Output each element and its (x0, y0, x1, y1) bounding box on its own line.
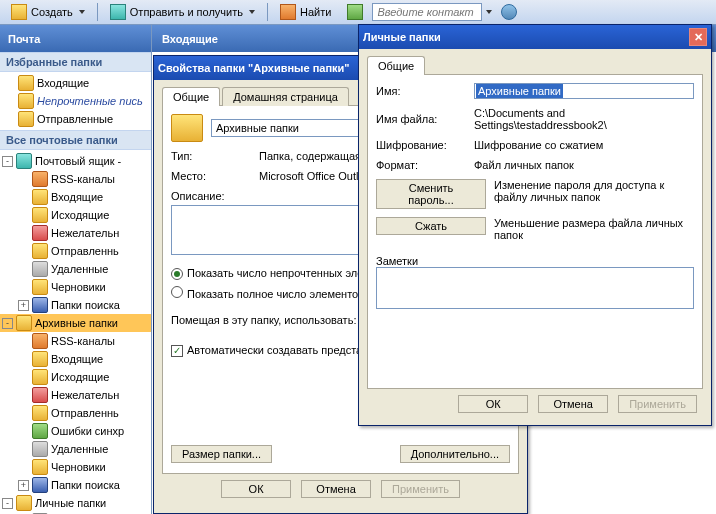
folder-icon (32, 441, 48, 457)
find-button[interactable]: Найти (273, 1, 338, 23)
tree-item[interactable]: -Личные папки (0, 494, 151, 512)
folder-icon (32, 297, 48, 313)
apply-button[interactable]: Применить (381, 480, 460, 498)
help-icon (501, 4, 517, 20)
tree-item[interactable]: Исходящие (0, 368, 151, 386)
folder-icon (32, 423, 48, 439)
expand-icon[interactable]: - (2, 318, 13, 329)
tree-item[interactable]: Черновики (0, 278, 151, 296)
create-button[interactable]: Создать (4, 1, 92, 23)
cancel-button[interactable]: Отмена (301, 480, 371, 498)
folder-label: Отправленнь (51, 407, 119, 419)
folder-icon (16, 495, 32, 511)
expand-icon[interactable]: + (18, 300, 29, 311)
folder-icon (16, 315, 32, 331)
chevron-down-icon[interactable] (486, 10, 492, 14)
tree-item[interactable]: Входящие (0, 350, 151, 368)
chevron-down-icon (79, 10, 85, 14)
folder-icon (16, 153, 32, 169)
encryption-label: Шифрование: (376, 139, 466, 151)
ok-button[interactable]: ОК (221, 480, 291, 498)
folder-label: RSS-каналы (51, 335, 115, 347)
separator (97, 3, 98, 21)
change-password-desc: Изменение пароля для доступа к файлу лич… (494, 179, 694, 203)
cancel-button[interactable]: Отмена (538, 395, 608, 413)
favorites-header[interactable]: Избранные папки (0, 52, 151, 72)
tree-item[interactable]: Нежелательн (0, 224, 151, 242)
favorites-list: ВходящиеНепрочтенные письОтправленные (0, 72, 151, 130)
help-button[interactable] (494, 1, 524, 23)
folder-size-button[interactable]: Размер папки... (171, 445, 272, 463)
ok-button[interactable]: ОК (458, 395, 528, 413)
tree-item[interactable]: Отправленнь (0, 242, 151, 260)
folder-label: Отправленнь (51, 245, 119, 257)
expand-icon[interactable]: - (2, 498, 13, 509)
nav-pane: Почта Избранные папки ВходящиеНепрочтенн… (0, 25, 152, 514)
all-folders-header[interactable]: Все почтовые папки (0, 130, 151, 150)
type-label: Тип: (171, 150, 251, 162)
send-receive-button[interactable]: Отправить и получить (103, 1, 262, 23)
folder-label: Исходящие (51, 209, 109, 221)
mail-new-icon (11, 4, 27, 20)
folder-label: Удаленные (51, 263, 108, 275)
folder-icon (32, 261, 48, 277)
name-value[interactable]: Архивные папки (476, 84, 563, 98)
tree-item[interactable]: -Почтовый ящик - (0, 152, 151, 170)
folder-label: Входящие (51, 191, 103, 203)
folder-label: Черновики (51, 461, 106, 473)
tree-item[interactable]: Удаленные (0, 260, 151, 278)
folder-label: RSS-каналы (51, 173, 115, 185)
tab-homepage[interactable]: Домашняя страница (222, 87, 349, 106)
folder-icon (32, 387, 48, 403)
tree-item[interactable]: +Папки поиска (0, 296, 151, 314)
folder-label: Архивные папки (35, 317, 118, 329)
tree-item[interactable]: Удаленные (0, 440, 151, 458)
notes-input[interactable] (376, 267, 694, 309)
favorite-item[interactable]: Входящие (0, 74, 151, 92)
tree-item[interactable]: Отправленнь (0, 404, 151, 422)
advanced-button[interactable]: Дополнительно... (400, 445, 510, 463)
name-label: Имя: (376, 85, 466, 97)
dialog-titlebar[interactable]: Личные папки ✕ (359, 25, 711, 49)
tree-item[interactable]: RSS-каналы (0, 332, 151, 350)
compress-desc: Уменьшение размера файла личных папок (494, 217, 694, 241)
expand-icon[interactable]: + (18, 480, 29, 491)
folder-icon (32, 189, 48, 205)
favorite-item[interactable]: Непрочтенные пись (0, 92, 151, 110)
close-icon[interactable]: ✕ (689, 28, 707, 46)
folder-label: Черновики (51, 281, 106, 293)
change-password-button[interactable]: Сменить пароль... (376, 179, 486, 209)
compress-button[interactable]: Сжать (376, 217, 486, 235)
expand-icon[interactable]: - (2, 156, 13, 167)
tab-general[interactable]: Общие (367, 56, 425, 75)
folder-icon (32, 171, 48, 187)
tree-item[interactable]: +Папки поиска (0, 476, 151, 494)
folder-label: Исходящие (51, 371, 109, 383)
book-icon (347, 4, 363, 20)
folder-icon (18, 75, 34, 91)
folder-label: Входящие (37, 77, 89, 89)
favorite-item[interactable]: Отправленные (0, 110, 151, 128)
folder-icon (32, 207, 48, 223)
addressbook-button[interactable] (340, 1, 370, 23)
tree-item[interactable]: Нежелательн (0, 386, 151, 404)
filename-value: C:\Documents and Settings\testaddressboo… (474, 107, 694, 131)
tree-item[interactable]: Входящие (0, 188, 151, 206)
contact-input[interactable] (372, 3, 482, 21)
folder-label: Личные папки (35, 497, 106, 509)
apply-button[interactable]: Применить (618, 395, 697, 413)
tree-item[interactable]: Исходящие (0, 206, 151, 224)
folder-icon (32, 333, 48, 349)
tree-item[interactable]: Черновики (0, 458, 151, 476)
find-label: Найти (300, 6, 331, 18)
tree-item[interactable]: Ошибки синхр (0, 422, 151, 440)
folder-icon (32, 405, 48, 421)
folder-label: Ошибки синхр (51, 425, 124, 437)
chevron-down-icon (249, 10, 255, 14)
folder-label: Отправленные (37, 113, 113, 125)
folder-icon (32, 351, 48, 367)
folder-label: Нежелательн (51, 389, 119, 401)
tree-item[interactable]: -Архивные папки (0, 314, 151, 332)
tab-general[interactable]: Общие (162, 87, 220, 106)
tree-item[interactable]: RSS-каналы (0, 170, 151, 188)
